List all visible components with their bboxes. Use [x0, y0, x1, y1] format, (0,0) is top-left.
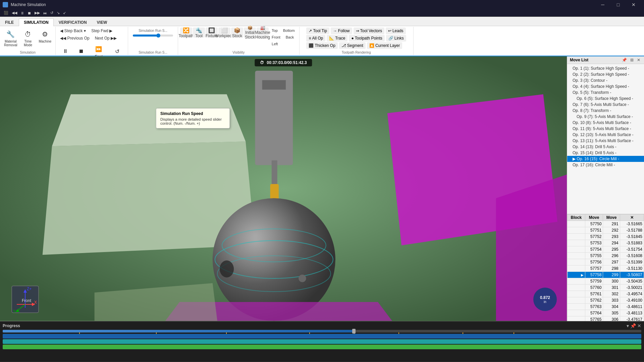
progress-track[interactable] [3, 330, 641, 333]
tree-item-16[interactable]: Op. 17 (16): Circle Mill - [567, 162, 644, 168]
material-removal-button[interactable]: 🔧 Material Removal [2, 27, 19, 48]
move-list-header: Move List 📌 ⊞ ✕ [567, 56, 644, 64]
table-row-9[interactable]: 57759300-3.50435 [568, 278, 644, 285]
timer-display: 00:37:03.0/00:51:42.3 [267, 60, 307, 65]
bottom-view-button[interactable]: Bottom [281, 27, 297, 34]
table-row-8[interactable]: ▶57758299-3.50807 [568, 272, 644, 278]
tree-item-15[interactable]: ▶ Op. 16 (15): Circle Mill - [567, 156, 644, 162]
move1-col-header: Move [585, 215, 603, 221]
qa-save-button[interactable]: ⬛ [3, 10, 9, 15]
tree-item-7[interactable]: Op. 8 (7): Transform - [567, 108, 644, 114]
panel-pin-button[interactable]: 📌 [621, 58, 628, 62]
close-col-header[interactable]: ✕ [620, 215, 644, 221]
move-list-tree: Op. 1 (1): Surface High Speed -Op. 2 (2)… [567, 64, 644, 214]
measurement-unit: in [544, 300, 546, 304]
initial-stock-vis-button[interactable]: 📦 Initial Stock [244, 27, 256, 38]
close-button[interactable]: ✕ [626, 0, 641, 9]
table-row-0[interactable]: 57750291-3.51665 [568, 221, 644, 227]
qa-opt2-button[interactable]: ↙ [62, 10, 67, 15]
panel-float-button[interactable]: ⊞ [629, 58, 635, 62]
tool-vectors-button[interactable]: ⇒Tool Vectors [354, 27, 384, 34]
prev-op-button[interactable]: ◀◀ Previous Op [58, 35, 92, 42]
qa-stop-button[interactable]: ⏹ [26, 11, 32, 15]
leads-button[interactable]: ↩Leads [386, 27, 406, 34]
step-fwd-button[interactable]: Step Fwd ▶ [89, 27, 115, 34]
toolpath-vis-button[interactable]: 🔀 Toolpath [180, 27, 192, 38]
workpiece-vis-button[interactable]: ⬜ Workpiece [218, 27, 230, 38]
ribbon: 🔧 Material Removal ⏱ Time Mode ⚙ Machine… [0, 26, 644, 56]
tree-item-6[interactable]: Op. 7 (6): 5-Axis Multi Surface - [567, 102, 644, 108]
table-row-13[interactable]: 57763304-3.48611 [568, 304, 644, 310]
all-op-button[interactable]: ≡All Op [306, 35, 325, 42]
toolpath-points-button[interactable]: ●Toolpath Points [349, 35, 384, 42]
tree-item-8[interactable]: Op. 9 (7): 5-Axis Multi Surface - [567, 114, 644, 120]
stock-vis-button[interactable]: 📦 Stock [231, 27, 243, 38]
progress-close-button[interactable]: ✕ [637, 323, 641, 328]
tree-item-1[interactable]: Op. 2 (2): Surface High Speed - [567, 71, 644, 77]
simulation-group: 🔧 Material Removal ⏱ Time Mode ⚙ Machine… [0, 27, 56, 55]
tree-item-4[interactable]: Op. 5 (5): Transform - [567, 89, 644, 96]
panel-close-button[interactable]: ✕ [636, 58, 641, 62]
qa-fwd-button[interactable]: ▶▶ [34, 10, 41, 15]
qa-pause-button[interactable]: ⏸ [19, 11, 25, 15]
tree-item-5[interactable]: Op. 6 (5): Surface High Speed - [567, 96, 644, 102]
tab-verification[interactable]: VERIFICATION [54, 18, 92, 26]
left-view-button[interactable]: Left [269, 41, 280, 47]
tab-simulation[interactable]: SIMULATION [19, 18, 54, 26]
tree-item-13[interactable]: Op. 14 (13): Drill 5 Axis - [567, 144, 644, 150]
tree-item-12[interactable]: Op. 13 (11): 5-Axis Multi Surface - [567, 138, 644, 144]
table-row-7[interactable]: 57757298-3.51130 [568, 265, 644, 272]
3d-viewport[interactable]: ⏱ 00:37:03.0/00:51:42.3 [0, 56, 567, 321]
next-op-button[interactable]: Next Op ▶▶ [93, 35, 119, 42]
table-row-6[interactable]: 57756297-3.51399 [568, 259, 644, 265]
progress-collapse-button[interactable]: ▾ [627, 323, 629, 328]
tree-item-9[interactable]: Op. 10 (8): 5-Axis Multi Surface - [567, 120, 644, 126]
machine-housing-vis-button[interactable]: 🏭 Machine Housing [257, 27, 269, 38]
progress-pin-button[interactable]: 📌 [630, 323, 636, 328]
tool-tip-button[interactable]: ↗Tool Tip [306, 27, 329, 34]
minimize-button[interactable]: ─ [595, 0, 610, 9]
tree-item-10[interactable]: Op. 11 (9): 5-Axis Multi Surface - [567, 126, 644, 132]
table-row-3[interactable]: 57753294-3.51883 [568, 240, 644, 246]
svg-text:Y: Y [13, 309, 15, 314]
segment-button[interactable]: ⎇Segment [339, 42, 366, 49]
qa-refresh-button[interactable]: ↺ [49, 10, 54, 15]
tab-view[interactable]: VIEW [92, 18, 112, 26]
progress-bar-teal [3, 339, 641, 344]
table-row-4[interactable]: 57754295-3.51754 [568, 246, 644, 253]
current-layer-button[interactable]: 🔼Current Layer [367, 42, 402, 49]
step-back-button[interactable]: ◀ Step Back▾ [58, 27, 88, 34]
tree-item-3[interactable]: Op. 4 (4): Surface High Speed - [567, 83, 644, 89]
table-row-11[interactable]: 57761302-3.49574 [568, 291, 644, 297]
tree-item-2[interactable]: Op. 3 (3): Contour - [567, 77, 644, 83]
speed-slider[interactable] [133, 35, 173, 37]
time-mode-button[interactable]: ⏱ Time Mode [20, 27, 35, 48]
table-row-15[interactable]: 57765306-3.47617 [568, 316, 644, 321]
qa-end-button[interactable]: ⏭ [42, 11, 48, 15]
qa-back-button[interactable]: ◀◀ [11, 10, 18, 15]
links-button[interactable]: 🔗Links [386, 35, 406, 42]
tool-vis-button[interactable]: 🔩 Tool [193, 27, 205, 38]
maximize-button[interactable]: □ [610, 0, 626, 9]
back-view-button[interactable]: Back [283, 34, 296, 40]
window-controls: ─ □ ✕ [595, 0, 641, 9]
table-row-14[interactable]: 57764305-3.48113 [568, 310, 644, 316]
move-list-title: Move List [570, 58, 588, 62]
front-view-button[interactable]: Front [269, 34, 283, 40]
table-row-2[interactable]: 57752293-3.51845 [568, 234, 644, 240]
table-row-12[interactable]: 57762303-3.49100 [568, 297, 644, 304]
qa-opt1-button[interactable]: ↘ [56, 10, 61, 15]
table-row-10[interactable]: 57760301-3.50021 [568, 285, 644, 291]
tree-item-0[interactable]: Op. 1 (1): Surface High Speed - [567, 65, 644, 71]
tree-item-14[interactable]: Op. 15 (14): Drill 5 Axis - [567, 150, 644, 156]
table-row-5[interactable]: 57755296-3.51608 [568, 253, 644, 259]
tab-file[interactable]: FILE [0, 18, 19, 26]
top-view-button[interactable]: Top [269, 27, 280, 34]
tree-item-11[interactable]: Op. 12 (10): 5-Axis Multi Surface - [567, 132, 644, 138]
trace-button[interactable]: 📐Trace [327, 35, 347, 42]
follow-button[interactable]: →Follow [331, 27, 352, 34]
app-icon [3, 2, 8, 7]
machine-button[interactable]: ⚙ Machine [37, 27, 53, 45]
thicken-op-button[interactable]: ⬛Thicken Op [306, 42, 337, 49]
table-row-1[interactable]: 57751292-3.51788 [568, 227, 644, 234]
